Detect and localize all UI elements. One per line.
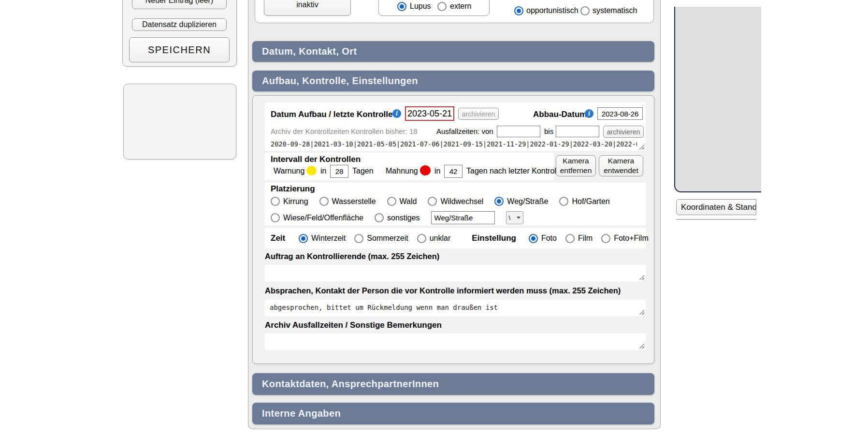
radio-label: Wasserstelle <box>332 197 376 206</box>
status-fieldset: inaktiv Lupus extern opportunistisch sys… <box>255 0 654 23</box>
placement-option[interactable]: Kirrung <box>271 197 308 206</box>
placement-other-input[interactable] <box>431 211 495 224</box>
resize-grip[interactable] <box>639 343 644 349</box>
radio-label: Sommerzeit <box>367 234 408 243</box>
control-history-field[interactable]: 2020-09-28|2021-03-10|2021-05-05|2021-07… <box>271 140 637 148</box>
zeit-option[interactable]: unklar <box>417 234 451 243</box>
radio-label: Foto <box>541 234 557 243</box>
inactive-button[interactable]: inaktiv <box>264 0 351 16</box>
zeit-row: Zeit Winterzeit Sommerzeit unklar Einste… <box>271 228 649 248</box>
radio-film[interactable] <box>565 234 575 243</box>
downtime-from-input[interactable] <box>497 126 540 137</box>
section-title: Aufbau, Kontrolle, Einstellungen <box>262 75 418 87</box>
in-label: in <box>320 167 326 175</box>
resize-grip[interactable] <box>639 275 644 280</box>
radio-unklar[interactable] <box>417 234 426 243</box>
camera-stolen-line2: entwendet <box>604 166 638 175</box>
radio-lupus[interactable] <box>397 2 406 11</box>
archive-downtime-button[interactable]: archivieren <box>603 126 644 138</box>
radio-extern-label: extern <box>450 2 471 11</box>
camera-stolen-button[interactable]: Kamera entwendet <box>599 155 643 176</box>
camera-remove-line2: entfernen <box>560 166 592 175</box>
setup-date-input[interactable] <box>405 106 454 121</box>
radio-foto-film[interactable] <box>601 234 610 243</box>
radio-wildwechsel[interactable] <box>428 197 437 206</box>
interval-title: Intervall der Kontrollen <box>271 155 361 164</box>
radio-extern[interactable] <box>437 2 447 11</box>
duplicate-record-label: Datensatz duplizieren <box>142 20 217 29</box>
teardown-date-input[interactable] <box>597 107 643 120</box>
radio-winterzeit[interactable] <box>299 234 308 243</box>
radio-label: sonstiges <box>387 214 420 222</box>
absprachen-textarea[interactable]: abgesprochen, bittet um Rückmeldung wenn… <box>265 300 646 316</box>
auftrag-textarea[interactable] <box>265 265 646 281</box>
radio-sonstiges[interactable] <box>375 213 384 222</box>
radio-hof-garten[interactable] <box>559 197 568 206</box>
save-label: SPEICHERN <box>148 44 211 56</box>
coordinates-location-button[interactable]: Koordinaten & Stando <box>676 199 756 215</box>
radio-wasserstelle[interactable] <box>319 197 329 206</box>
reminder-days-input[interactable] <box>444 165 463 178</box>
radio-weg-strasse[interactable] <box>494 197 504 206</box>
archive-times-link[interactable]: Archiv der Kontrollzeiten <box>271 127 349 135</box>
tagen-label: Tagen <box>352 167 374 175</box>
section-header-datum-kontakt-ort[interactable]: Datum, Kontakt, Ort <box>252 41 654 62</box>
radio-label: Wiese/Feld/Offenfläche <box>283 214 363 222</box>
teardown-date-label: Abbau-Datum <box>533 110 587 119</box>
new-entry-button[interactable]: Neuer Eintrag (leer) <box>132 0 227 9</box>
einstellung-option[interactable]: Foto+Film <box>601 234 649 243</box>
placement-option[interactable]: Wald <box>387 197 417 206</box>
info-icon[interactable]: i <box>585 109 593 118</box>
radio-kirrung[interactable] <box>271 197 280 206</box>
absprachen-value: abgesprochen, bittet um Rückmeldung wenn… <box>270 304 498 311</box>
camera-remove-button[interactable]: Kamera entfernen <box>556 155 596 176</box>
camera-stolen-line1: Kamera <box>608 156 634 166</box>
zeit-option[interactable]: Winterzeit <box>299 234 346 243</box>
section-header-interne-angaben[interactable]: Interne Angaben <box>252 403 654 424</box>
warning-days-input[interactable] <box>330 165 348 178</box>
einstellung-option[interactable]: Film <box>565 234 593 243</box>
radio-label: Wildwechsel <box>440 197 483 206</box>
placement-option[interactable]: Wildwechsel <box>428 197 483 206</box>
source-group-box: Lupus extern <box>378 0 490 16</box>
radio-label: Film <box>578 234 593 243</box>
placement-option[interactable]: Wiese/Feld/Offenfläche <box>271 213 363 222</box>
archive-date-button[interactable]: archivieren <box>458 108 499 120</box>
info-icon[interactable]: i <box>392 109 401 118</box>
einstellung-option[interactable]: Foto <box>529 234 557 243</box>
placement-row2: Wiese/Feld/Offenfläche sonstiges \ <box>271 211 523 224</box>
bemerkungen-textarea[interactable] <box>265 334 646 350</box>
radio-opportunistisch[interactable] <box>514 6 523 15</box>
radio-wiese-feld[interactable] <box>271 213 280 222</box>
placement-option[interactable]: sonstiges <box>375 213 420 222</box>
radio-label: Wald <box>400 197 417 206</box>
placement-option[interactable]: Wasserstelle <box>319 197 376 206</box>
duplicate-record-button[interactable]: Datensatz duplizieren <box>132 18 227 31</box>
radio-wald[interactable] <box>387 197 396 206</box>
downtime-to-input[interactable] <box>556 126 599 137</box>
radio-systematisch-label: systematisch <box>593 6 637 15</box>
placement-option[interactable]: Weg/Straße <box>494 197 548 206</box>
radio-foto[interactable] <box>529 234 538 243</box>
map-panel[interactable] <box>674 7 761 192</box>
warning-label: Warnung <box>274 167 304 175</box>
absprachen-label: Absprachen, Kontakt der Person die vor K… <box>265 286 621 295</box>
placement-dropdown[interactable]: \ <box>506 211 523 224</box>
controls-count: Kontrollen bisher: 18 <box>351 127 418 135</box>
resize-grip[interactable] <box>639 309 644 315</box>
placement-row1: Kirrung Wasserstelle Wald Wildwechsel We… <box>271 197 610 206</box>
radio-opportunistisch-label: opportunistisch <box>526 6 579 15</box>
section-title: Interne Angaben <box>262 408 341 419</box>
record-actions-panel: Neuer Eintrag (leer) Datensatz duplizier… <box>122 0 237 67</box>
radio-sommerzeit[interactable] <box>354 234 363 243</box>
app-root: Neuer Eintrag (leer) Datensatz duplizier… <box>0 0 868 436</box>
section-header-kontaktdaten[interactable]: Kontaktdaten, AnsprechpartnerInnen <box>252 373 654 395</box>
archive-downtime-button-label: archivieren <box>607 128 640 136</box>
section-header-aufbau[interactable]: Aufbau, Kontrolle, Einstellungen <box>252 71 654 91</box>
coordinates-location-label: Koordinaten & Stando <box>681 203 756 212</box>
radio-systematisch[interactable] <box>580 6 590 15</box>
save-button[interactable]: SPEICHERN <box>129 37 230 62</box>
zeit-option[interactable]: Sommerzeit <box>354 234 408 243</box>
in-label: in <box>434 167 440 175</box>
placement-option[interactable]: Hof/Garten <box>559 197 609 206</box>
